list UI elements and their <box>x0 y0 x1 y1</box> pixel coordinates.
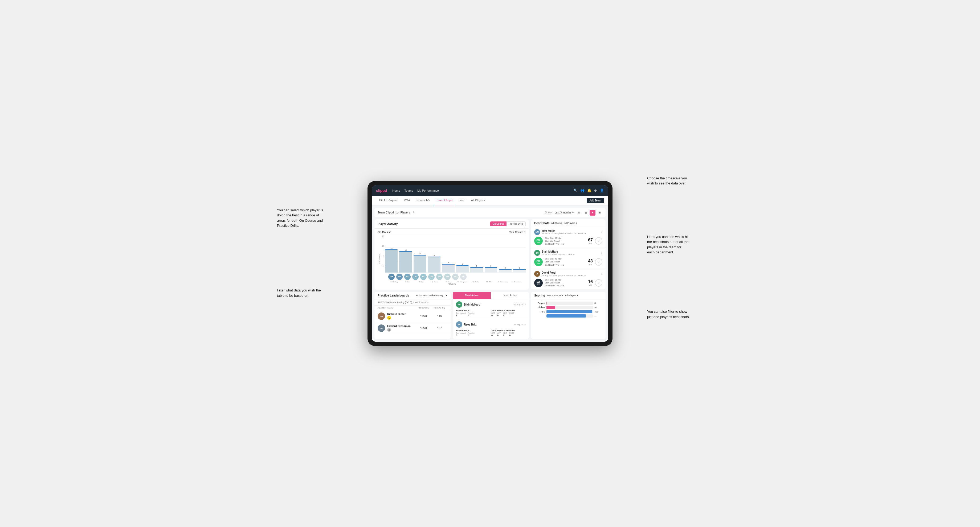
tab-team-clippd[interactable]: Team Clippd <box>433 195 456 205</box>
active-header: Most Active Least Active <box>453 292 529 299</box>
view-list-button[interactable]: ☰ <box>597 210 602 216</box>
avatar-mm[interactable]: MM <box>444 274 450 280</box>
bar-4 <box>428 257 440 273</box>
all-players-filter[interactable]: All Players ▾ <box>564 222 578 224</box>
avatar-df[interactable]: DF <box>404 274 410 280</box>
scoring-header: Scoring Par 3, 4 & 5s ▾ All Players ▾ <box>531 292 606 300</box>
avatar-lr[interactable]: LR <box>460 274 466 280</box>
annotation-bottom-right-top: Here you can see who's hit the best shot… <box>647 234 711 255</box>
scoring-chart: Eagles 3 Birdies <box>531 300 606 321</box>
chevron-down-icon: ▾ <box>524 231 526 233</box>
add-team-button[interactable]: Add Team <box>587 198 604 203</box>
shot-item-3[interactable]: DF David Ford 24 Aug 2023 · Royal North … <box>531 269 606 290</box>
scoring-filter1[interactable]: Par 3, 4 & 5s ▾ <box>547 294 563 297</box>
shot-avatar-2: BM <box>534 250 540 256</box>
drill-select-dropdown[interactable]: PUTT Must Make Putting ... ▾ <box>416 294 447 297</box>
scoring-filter2[interactable]: All Players ▾ <box>565 294 578 297</box>
shot-player-row-1: MM Matt Miller 09 Jun 2023 · Royal North… <box>534 229 602 235</box>
total-rounds-col-2: Total Rounds Tournament 8 Practice <box>456 329 490 337</box>
shot-player-row-2: BM Blair McHarg 23 Jul 2023 · Ashridge G… <box>534 250 602 256</box>
lb-row-2: EC Edward Crossman 2 18/20 107 <box>374 322 450 334</box>
nav-links: Home Teams My Performance <box>392 189 568 192</box>
view-grid4-button[interactable]: ⊞ <box>576 210 582 216</box>
toggle-on-course[interactable]: On Course <box>490 221 506 226</box>
nav-home[interactable]: Home <box>392 189 400 192</box>
shot-avatar-1: MM <box>534 229 540 235</box>
most-active-panel: Most Active Least Active BM Blair McHarg… <box>453 292 529 339</box>
y-axis: 15 10 5 0 <box>378 235 384 267</box>
tab-tour[interactable]: Tour <box>456 195 468 205</box>
annotation-bottom-right-bottom: You can also filter to show just one pla… <box>647 309 711 319</box>
leaderboard-panel: Practice Leaderboards PUTT Must Make Put… <box>374 292 450 339</box>
lb-avatar-2: EC <box>378 324 385 332</box>
chart-sub-header: On Course Total Rounds ▾ <box>378 231 526 234</box>
tab-least-active[interactable]: Least Active <box>491 292 529 299</box>
lb-avgsq-2: 107 <box>431 327 447 330</box>
bar-3 <box>414 255 426 273</box>
chart-filter-dropdown[interactable]: Total Rounds ▾ <box>509 231 526 233</box>
stats-grid-2: Total Rounds Tournament 8 Practice <box>456 329 526 337</box>
all-shots-filter[interactable]: All Shots ▾ <box>551 222 562 224</box>
users-icon[interactable]: 👥 <box>580 189 584 192</box>
show-label: Show: <box>545 211 552 214</box>
view-grid2-button[interactable]: ▦ <box>583 210 589 216</box>
bottom-grid: Practice Leaderboards PUTT Must Make Put… <box>374 292 606 339</box>
bar-chart: 15 10 5 0 13 <box>378 235 526 273</box>
birdies-bar-wrap <box>546 306 593 309</box>
bar-group-1: 13 <box>385 247 398 273</box>
lb-player-1: RB Richard Butler 1 <box>378 313 415 320</box>
tab-all-players[interactable]: All Players <box>468 195 488 205</box>
best-shots-header: Best Shots All Shots ▾ All Players ▾ <box>531 219 606 227</box>
bar-10 <box>513 269 526 273</box>
active-player-header-1: BM Blair McHarg 26 Aug 2023 <box>456 301 526 308</box>
bell-icon[interactable]: 🔔 <box>587 189 592 192</box>
avatar-ee[interactable]: EE <box>420 274 426 280</box>
toggle-practice[interactable]: Practice Drills <box>506 221 526 226</box>
bar-group-6: 4 <box>456 263 469 273</box>
avatar-jc[interactable]: JC <box>412 274 418 280</box>
avatar-ec[interactable]: EC <box>452 274 458 280</box>
tab-pga[interactable]: PGA <box>401 195 413 205</box>
shot-avatar-3: DF <box>534 271 540 277</box>
plus-circle-icon[interactable]: ⊕ <box>594 189 597 192</box>
time-select-dropdown[interactable]: Last 3 months ▾ <box>554 211 574 214</box>
active-player-info-2: RB Rees Britt <box>456 321 476 328</box>
tablet-frame: clippd Home Teams My Performance 🔍 👥 🔔 ⊕… <box>368 181 612 346</box>
shot-stat-dist-3: 16 yds <box>588 280 593 286</box>
chevron-right-icon: › <box>601 230 602 234</box>
view-heart-button[interactable]: ♥ <box>590 210 595 216</box>
search-icon[interactable]: 🔍 <box>573 189 578 192</box>
avatar-bm[interactable]: BM <box>388 274 395 280</box>
content-area: Team Clippd | 14 Players ✎ Show: Last 3 … <box>372 205 608 342</box>
shot-player-info-2: BM Blair McHarg 23 Jul 2023 · Ashridge G… <box>534 250 575 256</box>
practice-activities-col-1: Total Practice Activities GTT 0 APP <box>492 309 526 317</box>
shot-details-row-3: 198 SG Shot Dist: 16 yds Start Lie: Roug… <box>534 278 602 287</box>
shot-item-1[interactable]: MM Matt Miller 09 Jun 2023 · Royal North… <box>531 227 606 248</box>
lb-score-2: 18/20 <box>415 327 431 330</box>
avatar-rb[interactable]: RB <box>396 274 402 280</box>
chevron-right-icon-3: › <box>601 272 602 276</box>
lb-col-headers: PLAYER NAME PB SCORE PB AVG SQ <box>374 306 450 310</box>
scoring-title: Scoring <box>534 294 545 297</box>
shot-item-2[interactable]: BM Blair McHarg 23 Jul 2023 · Ashridge G… <box>531 248 606 269</box>
shot-info-3: Shot Dist: 16 yds Start Lie: Rough End L… <box>545 278 586 287</box>
shot-info-2: Shot Dist: 43 yds Start Lie: Rough End L… <box>545 257 586 267</box>
player-activity-title: Player Activity <box>378 222 398 225</box>
tab-pgat-players[interactable]: PGAT Players <box>376 195 401 205</box>
nav-teams[interactable]: Teams <box>404 189 413 192</box>
chart-container: On Course Total Rounds ▾ Total Rounds <box>374 229 529 289</box>
x-axis-labels: B. McHarg R. Britt D. Ford J. Coles E. E… <box>378 281 526 283</box>
bar-group-10: 2 <box>513 267 526 273</box>
chevron-right-icon-2: › <box>601 251 602 255</box>
tab-most-active[interactable]: Most Active <box>453 292 491 299</box>
sub-nav: PGAT Players PGA Hcaps 1-5 Team Clippd T… <box>372 196 608 205</box>
active-avatar-2: RB <box>456 321 462 328</box>
user-circle-icon[interactable]: 👤 <box>600 189 604 192</box>
bar-8 <box>485 267 497 273</box>
bar-group-8: 3 <box>485 265 497 273</box>
tab-hcaps[interactable]: Hcaps 1-5 <box>413 195 433 205</box>
avatar-ob[interactable]: OB <box>428 274 434 280</box>
edit-icon[interactable]: ✎ <box>412 211 415 214</box>
avatar-rbu[interactable]: RB <box>436 274 442 280</box>
nav-my-performance[interactable]: My Performance <box>417 189 439 192</box>
